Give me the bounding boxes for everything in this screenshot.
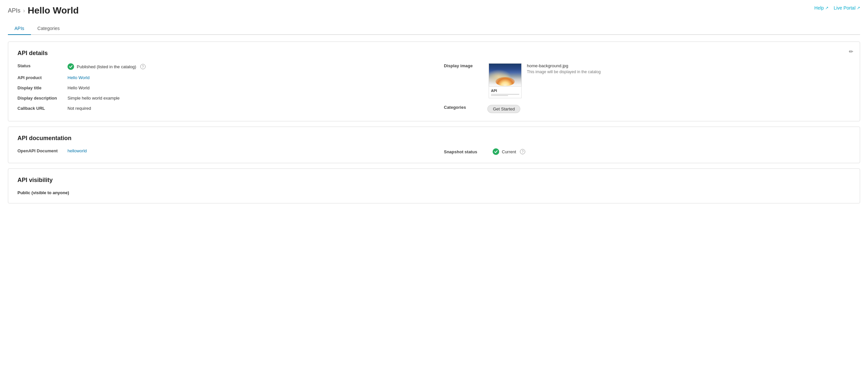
- display-description-value: Simple hello world example: [67, 95, 120, 101]
- help-link[interactable]: Help ↗: [814, 5, 829, 10]
- snapshot-icon: [493, 148, 499, 155]
- status-row: Status Published (listed in the catalog)…: [18, 63, 424, 70]
- categories-label: Categories: [444, 105, 484, 110]
- display-title-row: Display title Hello World: [18, 85, 424, 90]
- api-product-row: API product Hello World: [18, 75, 424, 80]
- display-image-label: Display image: [444, 63, 484, 68]
- breadcrumb-chevron: ›: [23, 7, 25, 14]
- tab-categories[interactable]: Categories: [31, 22, 66, 35]
- status-label: Status: [18, 63, 64, 68]
- api-documentation-title: API documentation: [18, 135, 850, 142]
- api-visibility-title: API visibility: [18, 177, 850, 184]
- status-value: Published (listed in the catalog): [77, 64, 136, 69]
- display-title-value: Hello World: [67, 85, 90, 90]
- snapshot-help-icon[interactable]: ?: [520, 149, 525, 154]
- edit-button[interactable]: ✏: [849, 49, 853, 55]
- openapi-label: OpenAPI Document: [18, 148, 64, 153]
- live-portal-link[interactable]: Live Portal ↗: [834, 5, 860, 10]
- image-filename: home-background.jpg: [527, 63, 600, 68]
- api-product-value[interactable]: Hello World: [67, 75, 90, 80]
- tabs-bar: APIs Categories: [8, 22, 860, 35]
- api-label-text: API: [491, 89, 497, 93]
- display-description-label: Display description: [18, 95, 64, 101]
- snapshot-value: Current: [502, 149, 516, 154]
- status-help-icon[interactable]: ?: [140, 64, 146, 69]
- visibility-value: Public (visible to anyone): [18, 190, 850, 195]
- display-title-label: Display title: [18, 85, 64, 90]
- image-info: home-background.jpg This image will be d…: [527, 63, 600, 74]
- api-product-label: API product: [18, 75, 64, 80]
- categories-row: Categories Get Started: [444, 105, 850, 113]
- page-title: Hello World: [28, 5, 79, 16]
- tab-apis[interactable]: APIs: [8, 22, 31, 35]
- openapi-value[interactable]: helloworld: [67, 148, 87, 153]
- api-label-line-1: [491, 94, 519, 94]
- published-icon: [67, 63, 74, 70]
- api-label-line-2: [491, 95, 508, 96]
- image-api-label-box: API: [489, 86, 522, 98]
- api-details-title: API details: [18, 50, 850, 57]
- image-thumbnail: [489, 63, 522, 86]
- external-link-icon: ↗: [825, 6, 829, 10]
- callback-url-label: Callback URL: [18, 106, 64, 111]
- display-image-row: Display image API home-background.jpg: [444, 63, 850, 98]
- external-link-icon-2: ↗: [857, 6, 860, 10]
- api-details-card: API details ✏ Status Published (listed i…: [8, 41, 860, 121]
- openapi-document-row: OpenAPI Document helloworld: [18, 148, 424, 153]
- display-description-row: Display description Simple hello world e…: [18, 95, 424, 101]
- api-visibility-card: API visibility Public (visible to anyone…: [8, 168, 860, 203]
- api-documentation-card: API documentation OpenAPI Document hello…: [8, 127, 860, 163]
- image-preview: API: [489, 63, 522, 98]
- callback-url-value: Not required: [67, 106, 91, 111]
- breadcrumb-parent[interactable]: APIs: [8, 7, 21, 14]
- get-started-badge[interactable]: Get Started: [487, 105, 520, 113]
- callback-url-row: Callback URL Not required: [18, 106, 424, 111]
- snapshot-status-row: Snapshot status Current ?: [444, 148, 850, 155]
- snapshot-label: Snapshot status: [444, 149, 490, 154]
- image-description: This image will be displayed in the cata…: [527, 69, 600, 74]
